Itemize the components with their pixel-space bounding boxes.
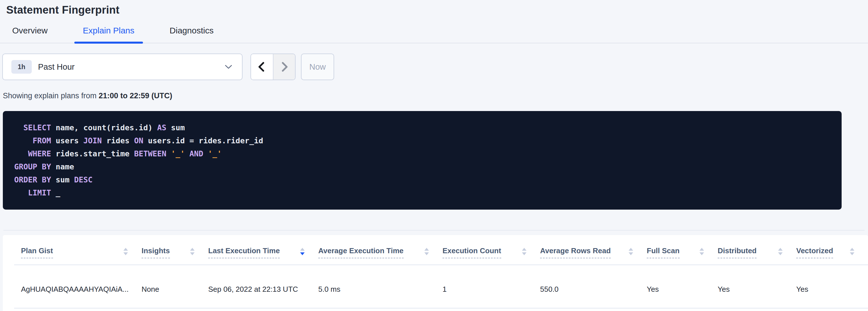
table-cell-average-rows-read: 550.0 — [540, 285, 647, 294]
sort-icon[interactable] — [777, 247, 783, 256]
column-header-label: Distributed — [718, 246, 756, 258]
sort-icon[interactable] — [849, 247, 855, 256]
column-header-average-rows-read[interactable]: Average Rows Read — [540, 246, 647, 258]
sql-code-line: FROM users JOIN rides ON users.id = ride… — [14, 134, 830, 147]
showing-range-prefix: Showing explain plans from — [3, 92, 99, 100]
next-time-button[interactable] — [273, 54, 295, 79]
column-header-label: Plan Gist — [21, 246, 53, 258]
column-header-full-scan[interactable]: Full Scan — [647, 246, 718, 258]
column-header-label: Average Rows Read — [540, 246, 611, 258]
sql-code-line: SELECT name, count(rides.id) AS sum — [14, 121, 830, 134]
column-header-label: Execution Count — [442, 246, 501, 258]
sort-icon[interactable] — [424, 247, 430, 256]
sort-icon[interactable] — [699, 247, 705, 256]
column-header-insights[interactable]: Insights — [142, 246, 208, 258]
time-controls: 1h Past Hour Now — [2, 54, 868, 80]
sql-code-line: ORDER BY sum DESC — [14, 173, 830, 186]
column-header-execution-count[interactable]: Execution Count — [442, 246, 540, 258]
sort-icon[interactable] — [628, 247, 634, 256]
column-header-label: Vectorized — [796, 246, 833, 258]
sql-code-line: WHERE rides.start_time BETWEEN '_' AND '… — [14, 147, 830, 160]
table-cell-insights: None — [142, 285, 208, 294]
column-header-vectorized[interactable]: Vectorized — [796, 246, 868, 258]
chevron-left-icon — [256, 61, 268, 73]
table-cell-full-scan: Yes — [647, 285, 718, 294]
table-cell-distributed: Yes — [718, 285, 796, 294]
showing-range-text: Showing explain plans from 21:00 to 22:5… — [3, 92, 868, 100]
explain-plans-table: Plan GistInsightsLast Execution TimeAver… — [3, 235, 868, 311]
page-title: Statement Fingerprint — [6, 4, 868, 16]
column-header-label: Insights — [142, 246, 170, 258]
column-header-label: Full Scan — [647, 246, 680, 258]
sort-icon[interactable] — [521, 247, 527, 256]
table-row-divider — [14, 308, 868, 308]
time-pager — [250, 54, 296, 80]
plan-gist-cell[interactable]: AgHUAQIABQAAAAHYAQIAiA... — [21, 285, 142, 294]
table-header-row: Plan GistInsightsLast Execution TimeAver… — [3, 235, 868, 258]
tab-diagnostics[interactable]: Diagnostics — [161, 26, 222, 43]
table-cell-vectorized: Yes — [796, 285, 868, 294]
table-cell-average-execution-time: 5.0 ms — [318, 285, 442, 294]
time-range-badge: 1h — [11, 60, 32, 74]
sort-icon[interactable] — [189, 247, 195, 256]
time-range-select[interactable]: 1h Past Hour — [2, 54, 243, 80]
column-header-last-execution-time[interactable]: Last Execution Time — [208, 246, 318, 258]
tab-bar: Overview Explain Plans Diagnostics — [0, 26, 868, 43]
sql-code-line: GROUP BY name — [14, 160, 830, 173]
section-divider — [3, 230, 865, 231]
now-button[interactable]: Now — [301, 54, 334, 80]
prev-time-button[interactable] — [251, 54, 273, 79]
column-header-distributed[interactable]: Distributed — [718, 246, 796, 258]
sql-code-line: LIMIT _ — [14, 186, 830, 199]
table-cell-execution-count: 1 — [442, 285, 540, 294]
column-header-plan-gist[interactable]: Plan Gist — [21, 246, 142, 258]
tab-explain-plans[interactable]: Explain Plans — [74, 26, 143, 43]
sort-icon[interactable] — [123, 247, 128, 256]
column-header-label: Last Execution Time — [208, 246, 280, 258]
chevron-down-icon — [225, 64, 232, 69]
chevron-right-icon — [278, 61, 290, 73]
column-header-label: Average Execution Time — [318, 246, 404, 258]
sql-statement-box: SELECT name, count(rides.id) AS sum FROM… — [3, 111, 842, 210]
tab-overview[interactable]: Overview — [4, 26, 56, 43]
sort-icon[interactable] — [300, 247, 305, 256]
time-range-label: Past Hour — [38, 62, 225, 72]
table-cell-last-execution-time: Sep 06, 2022 at 22:13 UTC — [208, 285, 318, 294]
column-header-average-execution-time[interactable]: Average Execution Time — [318, 246, 442, 258]
table-row[interactable]: AgHUAQIABQAAAAHYAQIAiA...NoneSep 06, 202… — [3, 265, 868, 308]
showing-range-value: 21:00 to 22:59 (UTC) — [99, 92, 173, 100]
